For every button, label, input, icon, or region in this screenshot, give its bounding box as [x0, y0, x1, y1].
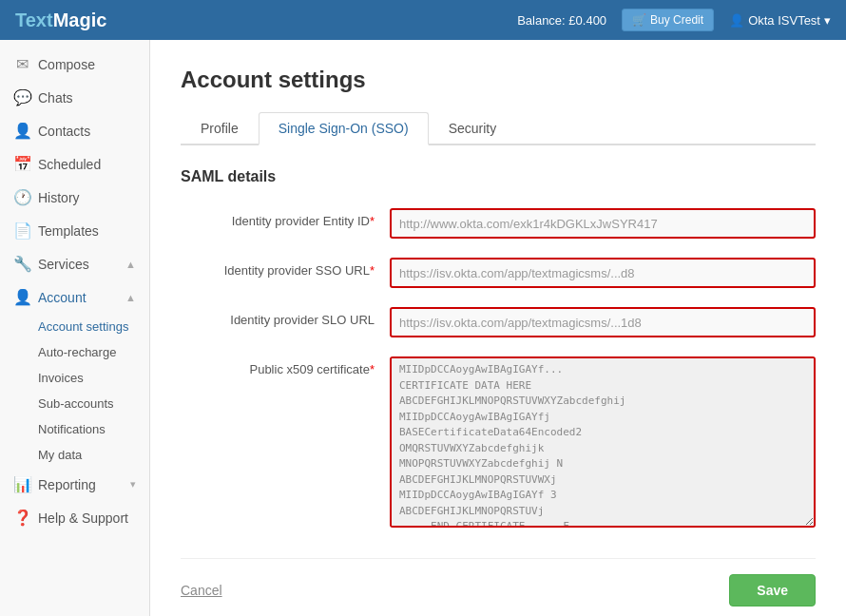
chevron-down-icon: ▾ — [824, 13, 831, 28]
compose-icon: ✉ — [13, 55, 30, 73]
sidebar-item-contacts[interactable]: 👤 Contacts — [0, 114, 149, 147]
form-actions: Cancel Save — [181, 558, 816, 606]
buy-credit-button[interactable]: 🛒 Buy Credit — [622, 9, 714, 31]
contacts-icon: 👤 — [13, 122, 30, 140]
account-icon: 👤 — [13, 288, 30, 306]
cart-icon: 🛒 — [632, 13, 646, 27]
help-icon: ❓ — [13, 509, 30, 527]
cancel-button[interactable]: Cancel — [181, 583, 222, 598]
main-content: Account settings Profile Single Sign-On … — [150, 40, 846, 616]
balance-display: Balance: £0.400 — [517, 13, 606, 28]
page-title: Account settings — [181, 67, 816, 93]
slo-url-input[interactable] — [390, 307, 816, 337]
entity-id-row: Identity provider Entity ID* — [181, 208, 816, 239]
reporting-chevron-icon: ▾ — [130, 478, 136, 491]
nav-right: Balance: £0.400 🛒 Buy Credit 👤 Okta ISVT… — [517, 9, 831, 31]
slo-url-label: Identity provider SLO URL — [181, 307, 390, 327]
sidebar-item-sub-accounts[interactable]: Sub-accounts — [0, 391, 149, 416]
reporting-icon: 📊 — [13, 475, 30, 493]
user-menu[interactable]: 👤 Okta ISVTest ▾ — [729, 13, 831, 28]
cert-required: * — [370, 362, 375, 376]
sidebar-item-account-settings[interactable]: Account settings — [0, 314, 149, 339]
entity-id-label: Identity provider Entity ID* — [181, 208, 390, 228]
tab-bar: Profile Single Sign-On (SSO) Security — [181, 112, 816, 145]
sso-url-row: Identity provider SSO URL* — [181, 258, 816, 288]
sidebar-item-chats[interactable]: 💬 Chats — [0, 81, 149, 114]
user-icon: 👤 — [729, 13, 744, 28]
services-chevron-icon: ▲ — [125, 259, 136, 270]
certificate-row: Public x509 certificate* MIIDpDCCAoygAwI… — [181, 356, 816, 528]
services-icon: 🔧 — [13, 255, 30, 273]
sso-url-label: Identity provider SSO URL* — [181, 258, 390, 278]
sidebar-item-account[interactable]: 👤 Account ▲ — [0, 280, 149, 314]
section-title: SAML details — [181, 168, 816, 185]
sidebar-item-history[interactable]: 🕐 History — [0, 181, 149, 214]
chats-icon: 💬 — [13, 88, 30, 106]
sidebar-item-auto-recharge[interactable]: Auto-recharge — [0, 339, 149, 365]
sidebar-item-templates[interactable]: 📄 Templates — [0, 214, 149, 247]
logo: TextMagic — [15, 10, 106, 31]
slo-url-row: Identity provider SLO URL — [181, 307, 816, 337]
tab-profile[interactable]: Profile — [181, 112, 259, 145]
tab-sso[interactable]: Single Sign-On (SSO) — [259, 112, 429, 145]
sidebar-item-services[interactable]: 🔧 Services ▲ — [0, 247, 149, 280]
top-nav: TextMagic Balance: £0.400 🛒 Buy Credit 👤… — [0, 0, 846, 40]
tab-security[interactable]: Security — [429, 112, 517, 145]
sidebar-item-notifications[interactable]: Notifications — [0, 416, 149, 442]
account-chevron-icon: ▲ — [125, 292, 136, 303]
certificate-label: Public x509 certificate* — [181, 356, 390, 376]
sidebar: ✉ Compose 💬 Chats 👤 Contacts 📅 Scheduled… — [0, 40, 150, 616]
sidebar-item-compose[interactable]: ✉ Compose — [0, 48, 149, 81]
save-button[interactable]: Save — [729, 574, 816, 606]
sidebar-item-my-data[interactable]: My data — [0, 442, 149, 468]
certificate-textarea[interactable]: MIIDpDCCAoygAwIBAgIGAYf... CERTIFICATE D… — [390, 356, 816, 528]
app-layout: ✉ Compose 💬 Chats 👤 Contacts 📅 Scheduled… — [0, 40, 846, 616]
sidebar-item-reporting[interactable]: 📊 Reporting ▾ — [0, 468, 149, 501]
sso-url-required: * — [370, 263, 375, 278]
entity-id-required: * — [370, 214, 375, 228]
sso-url-input[interactable] — [390, 258, 816, 288]
scheduled-icon: 📅 — [13, 155, 30, 173]
sidebar-item-invoices[interactable]: Invoices — [0, 365, 149, 391]
entity-id-input[interactable] — [390, 208, 816, 239]
saml-section: SAML details Identity provider Entity ID… — [181, 168, 816, 606]
templates-icon: 📄 — [13, 221, 30, 240]
history-icon: 🕐 — [13, 188, 30, 206]
sidebar-item-help[interactable]: ❓ Help & Support — [0, 501, 149, 534]
sidebar-item-scheduled[interactable]: 📅 Scheduled — [0, 147, 149, 181]
